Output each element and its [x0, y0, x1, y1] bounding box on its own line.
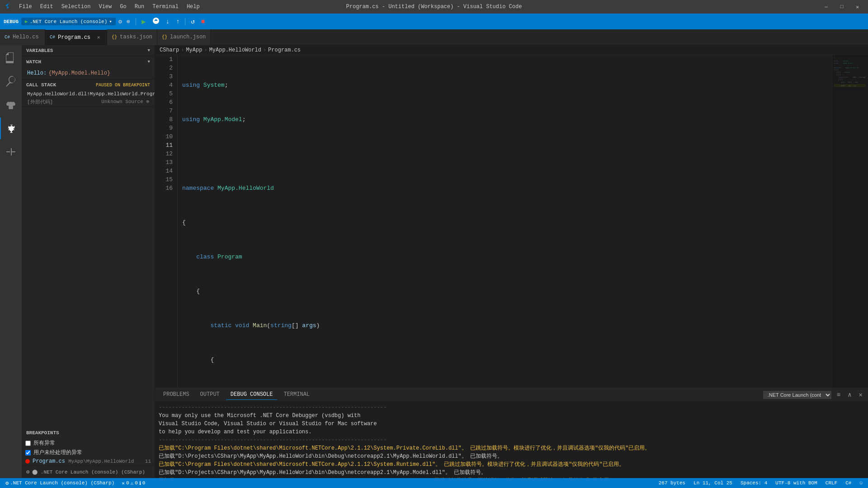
sidebar-content: VARIABLES ▼ WATCH ▼ Hello: {MyApp.Model.… — [22, 45, 155, 478]
status-ln-col: Ln 11, Col 25 — [693, 480, 732, 486]
bp-user-unhandled: 用户未经处理的异常 — [22, 448, 155, 457]
restart-button[interactable]: ↺ — [189, 17, 196, 26]
toolbar-divider-1 — [136, 18, 136, 25]
breakpoints-header-label: BREAKPOINTS — [26, 430, 59, 436]
menu-terminal[interactable]: Terminal — [149, 3, 182, 11]
panel-layout-icon[interactable]: ≡ — [835, 390, 842, 399]
svg-text:namespace: namespace — [834, 67, 841, 69]
status-errors-item[interactable]: ✕ 0 ⚠ 0 ℹ 0 — [120, 480, 147, 486]
call-stack-header[interactable]: CALL STACK PAUSED ON BREAKPOINT — [22, 80, 155, 90]
svg-text:MyApp.HelloWorld: MyApp.HelloWorld — [845, 67, 859, 69]
status-encoding-item[interactable]: UTF-8 with BOM — [774, 480, 819, 486]
activity-search[interactable] — [0, 70, 22, 92]
settings-icon[interactable]: ⚙ — [26, 469, 29, 475]
bp-user-unhandled-checkbox[interactable] — [25, 450, 31, 455]
console-line-2: Visual Studio Code, Visual Studio or Vis… — [159, 420, 864, 428]
token-indent-2: { — [182, 287, 200, 296]
watch-item-hello: Hello: {MyApp.Model.Hello} — [22, 69, 155, 77]
ln-16: 16 — [160, 184, 173, 192]
step-out-button[interactable]: ↑ — [174, 17, 181, 26]
tab-hello-cs-label: Hello.cs — [13, 34, 39, 40]
status-feedback-item[interactable]: ☺ — [858, 480, 864, 486]
sidebar-footer: ⚙ ⬤ .NET Core Launch (console) (CSharp) — [22, 465, 155, 478]
tab-tasks-json[interactable]: {} tasks.json — [107, 29, 157, 45]
svg-text:{'{'}: {'{'} — [834, 69, 838, 71]
step-over-button[interactable] — [151, 16, 161, 27]
bp-program-cs[interactable]: Program.cs MyApp\MyApp.HelloWorld 11 — [22, 457, 155, 465]
debug-console-select[interactable]: .NET Core Launch (cont — [763, 391, 831, 399]
bp-filepath: MyApp\MyApp.HelloWorld — [68, 459, 134, 464]
status-debug-item[interactable]: ⚙ .NET Core Launch (console) (CSharp) — [4, 480, 116, 487]
activity-debug[interactable] — [0, 117, 22, 139]
status-left: ⚙ .NET Core Launch (console) (CSharp) ✕ … — [4, 480, 147, 487]
maximize-button[interactable]: □ — [836, 3, 848, 11]
debug-launch-config[interactable]: ▶ .NET Core Launch (console) ▾ — [21, 18, 116, 25]
status-eol-item[interactable]: CRLF — [824, 480, 839, 486]
status-language-item[interactable]: C# — [844, 480, 853, 486]
ln-5: 5 — [160, 89, 173, 98]
token-main: Main — [253, 321, 267, 330]
menu-bar[interactable]: File Edit Selection View Go Run Terminal… — [15, 3, 203, 11]
breakpoints-header[interactable]: BREAKPOINTS — [22, 427, 155, 438]
tab-hello-cs[interactable]: C# Hello.cs — [0, 29, 45, 45]
watch-header[interactable]: WATCH ▼ — [22, 56, 155, 67]
window-controls[interactable]: — □ ✕ — [820, 3, 863, 11]
token-void: void — [235, 321, 249, 330]
settings-icon: ⚙ — [118, 18, 124, 25]
code-content[interactable]: using System; using MyApp.Model; namespa… — [178, 55, 832, 388]
watch-item-name: Hello: — [27, 70, 47, 76]
minimize-button[interactable]: — — [820, 3, 832, 11]
window-title: Program.cs - Untitled (Workspace) - Visu… — [346, 4, 522, 10]
step-into-button[interactable]: ↓ — [164, 17, 171, 26]
breadcrumb-myapp[interactable]: MyApp — [186, 47, 202, 53]
svg-text:Hello: Hello — [848, 81, 852, 83]
code-editor[interactable]: 1 2 3 4 5 6 7 8 9 10 11 12 13 14 — [155, 55, 868, 388]
panel-close-icon[interactable]: ✕ — [857, 390, 864, 399]
ln-14: 14 — [160, 167, 173, 175]
activity-git[interactable] — [0, 94, 22, 116]
breadcrumb-csharp[interactable]: CSharp — [160, 47, 179, 53]
menu-run[interactable]: Run — [131, 3, 148, 11]
menu-go[interactable]: Go — [116, 3, 130, 11]
variables-header-label: VARIABLES — [26, 48, 53, 53]
activity-explorer[interactable] — [0, 47, 22, 69]
svg-text:(string[] args): (string[] args) — [859, 76, 866, 78]
status-spaces-item[interactable]: Spaces: 4 — [739, 480, 769, 486]
menu-selection[interactable]: Selection — [58, 3, 94, 11]
call-stack-item-0[interactable]: MyApp.HelloWorld.dll!MyApp.HelloWorld.Pr… — [22, 90, 155, 98]
line-numbers: 1 2 3 4 5 6 7 8 9 10 11 12 13 14 — [155, 55, 178, 388]
call-stack-item-1[interactable]: [外部代码] Unknown Source ⊕ — [22, 98, 155, 106]
tab-program-cs-close[interactable]: ✕ — [95, 34, 102, 41]
svg-text:{'{'}: {'{'} — [836, 74, 840, 75]
tab-launch-json[interactable]: {} launch.json — [157, 29, 211, 45]
bp-all-exceptions-checkbox[interactable] — [25, 441, 31, 446]
tab-terminal[interactable]: TERMINAL — [279, 389, 314, 400]
activity-extensions[interactable] — [0, 141, 22, 163]
status-git-item[interactable]: 267 bytes — [657, 480, 687, 486]
tab-program-cs[interactable]: C# Program.cs ✕ — [45, 29, 107, 45]
panel-chevron-up-icon[interactable]: ∧ — [846, 390, 853, 399]
continue-button[interactable]: ▶ — [140, 16, 148, 27]
code-line-2: using MyApp.Model; — [182, 115, 827, 124]
tab-problems[interactable]: PROBLEMS — [159, 389, 194, 400]
breadcrumb-programcs[interactable]: Program.cs — [268, 47, 301, 53]
debug-toolbar: DEBUG ▶ .NET Core Launch (console) ▾ ⚙ ⊕… — [0, 14, 868, 29]
watch-section: WATCH ▼ Hello: {MyApp.Model.Hello} — [22, 56, 155, 80]
tab-output[interactable]: OUTPUT — [196, 389, 224, 400]
console-divider-1: ----------------------------------------… — [159, 404, 864, 412]
svg-text:{'{'}: {'{'} — [839, 79, 843, 80]
variables-header[interactable]: VARIABLES ▼ — [22, 45, 155, 56]
token-string: string — [270, 321, 292, 330]
menu-edit[interactable]: Edit — [37, 3, 57, 11]
menu-view[interactable]: View — [95, 3, 115, 11]
status-ln-col-item[interactable]: Ln 11, Col 25 — [692, 480, 734, 486]
close-button[interactable]: ✕ — [851, 3, 863, 11]
token-using-1: using — [182, 81, 200, 89]
tab-hello-cs-icon: C# — [5, 35, 10, 40]
stop-button[interactable]: ■ — [199, 17, 207, 26]
breadcrumb-helloworld[interactable]: MyApp.HelloWorld — [209, 47, 261, 53]
menu-file[interactable]: File — [15, 3, 36, 11]
menu-help[interactable]: Help — [183, 3, 203, 11]
tab-debug-console[interactable]: DEBUG CONSOLE — [226, 389, 278, 400]
panel-content: ----------------------------------------… — [155, 402, 868, 478]
